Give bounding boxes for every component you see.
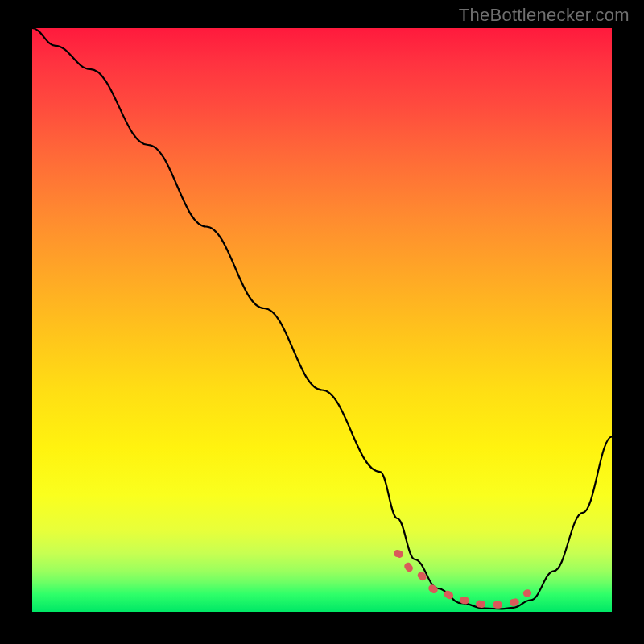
chart-frame: TheBottlenecker.com bbox=[0, 0, 644, 644]
curve-layer bbox=[32, 28, 612, 612]
plot-area bbox=[32, 28, 612, 612]
watermark-text: TheBottlenecker.com bbox=[459, 5, 630, 26]
bottleneck-curve bbox=[32, 28, 612, 609]
optimal-band-curve bbox=[398, 554, 528, 605]
